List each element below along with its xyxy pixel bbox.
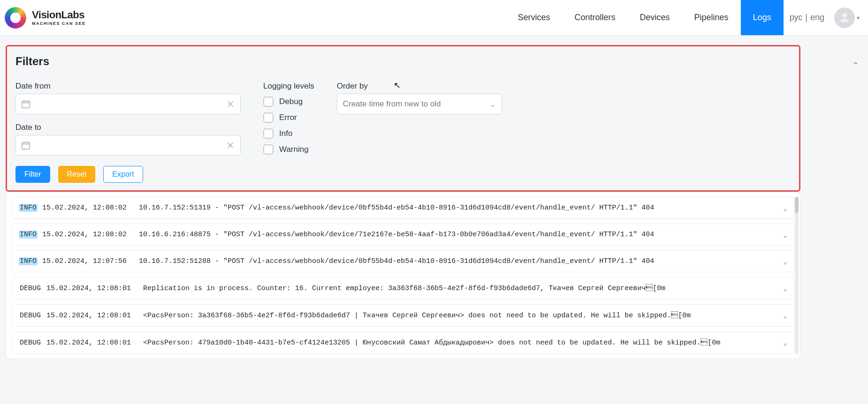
brand-tagline: MACHINES CAN SEE — [32, 22, 86, 26]
log-timestamp: 15.02.2024, 12:08:01 — [46, 339, 131, 347]
chevron-down-icon[interactable]: ⌄ — [783, 338, 787, 347]
calendar-icon — [21, 99, 31, 109]
log-timestamp: 15.02.2024, 12:08:01 — [46, 312, 131, 320]
checkbox-error-label: Error — [279, 113, 297, 122]
log-timestamp: 15.02.2024, 12:07:56 — [42, 257, 127, 265]
chevron-down-icon[interactable]: ⌄ — [783, 203, 787, 212]
scrollbar-thumb[interactable] — [795, 197, 799, 213]
log-row[interactable]: DEBUG15.02.2024, 12:08:01<PacsPerson: 47… — [12, 331, 794, 354]
date-from-label: Date from — [15, 82, 241, 91]
checkbox-warning-label: Warning — [279, 145, 309, 154]
brand-name: VisionLabs — [32, 10, 86, 20]
date-to-input[interactable] — [15, 135, 241, 156]
checkbox-icon — [263, 112, 274, 123]
date-to-label: Date to — [15, 123, 241, 132]
lang-eng[interactable]: eng — [809, 13, 826, 22]
avatar-icon — [834, 7, 855, 28]
filter-buttons: Filter Reset Export — [15, 166, 241, 183]
log-row[interactable]: DEBUG15.02.2024, 12:08:01 Replication is… — [12, 277, 794, 299]
log-level-badge: DEBUG — [19, 312, 42, 320]
order-by-value: Create time from new to old — [343, 99, 441, 109]
filter-button[interactable]: Filter — [15, 166, 50, 183]
log-message: 10.16.7.152:51319 - "POST /vl-access/web… — [139, 204, 654, 212]
logging-levels-title: Logging levels — [263, 82, 314, 91]
order-by-select[interactable]: Create time from new to old ⌄ — [337, 94, 502, 114]
clear-icon[interactable] — [225, 140, 236, 150]
log-timestamp: 15.02.2024, 12:08:02 — [42, 231, 127, 239]
chevron-down-icon: ⌄ — [489, 99, 496, 109]
log-level-badge: DEBUG — [19, 339, 42, 347]
checkbox-debug-label: Debug — [279, 97, 303, 106]
app-header: VisionLabs MACHINES CAN SEE Services Con… — [0, 0, 868, 36]
collapse-filters-icon[interactable]: ⌃ — [852, 60, 859, 71]
log-level-badge: INFO — [19, 204, 38, 212]
logo-icon — [5, 7, 26, 29]
nav-services[interactable]: Services — [505, 0, 562, 35]
filters-levels-col: Logging levels Debug Error Info Warning — [263, 82, 314, 155]
log-row[interactable]: DEBUG15.02.2024, 12:08:01<PacsPerson: 3a… — [12, 304, 794, 327]
log-timestamp: 15.02.2024, 12:08:02 — [42, 204, 127, 212]
date-from-input[interactable] — [15, 94, 241, 114]
checkbox-error[interactable]: Error — [263, 112, 314, 123]
filters-title: Filters — [15, 46, 791, 76]
chevron-down-icon[interactable]: ⌄ — [783, 284, 787, 293]
log-message: 10.16.6.216:48875 - "POST /vl-access/web… — [139, 231, 654, 239]
lang-rus[interactable]: рус — [788, 13, 804, 22]
svg-rect-0 — [22, 101, 30, 108]
checkbox-icon — [263, 128, 274, 139]
log-level-badge: DEBUG — [19, 284, 42, 292]
chevron-down-icon: ▾ — [857, 15, 860, 21]
log-timestamp: 15.02.2024, 12:08:01 — [46, 284, 131, 292]
chevron-down-icon[interactable]: ⌄ — [783, 230, 787, 239]
log-row[interactable]: INFO15.02.2024, 12:08:0210.16.6.216:4887… — [12, 224, 794, 246]
filters-order-col: Order by Create time from new to old ⌄ — [337, 82, 502, 114]
clear-icon[interactable] — [225, 99, 236, 109]
checkbox-warning[interactable]: Warning — [263, 144, 314, 155]
checkbox-icon — [263, 97, 274, 107]
log-row[interactable]: INFO15.02.2024, 12:07:5610.16.7.152:5128… — [12, 250, 794, 272]
calendar-icon — [21, 140, 31, 150]
reset-button[interactable]: Reset — [58, 166, 96, 183]
brand-text: VisionLabs MACHINES CAN SEE — [32, 10, 86, 26]
log-message: Replication is in process. Counter: 16. … — [143, 284, 665, 292]
export-button[interactable]: Export — [103, 166, 143, 183]
log-row[interactable]: INFO15.02.2024, 12:08:0210.16.7.152:5131… — [12, 197, 794, 219]
language-switch: рус | eng — [784, 13, 834, 22]
brand-logo[interactable]: VisionLabs MACHINES CAN SEE — [5, 7, 86, 29]
checkbox-debug[interactable]: Debug — [263, 97, 314, 107]
svg-rect-1 — [22, 142, 30, 150]
checkbox-icon — [263, 144, 274, 155]
checkbox-info[interactable]: Info — [263, 128, 314, 139]
log-level-badge: INFO — [19, 231, 38, 239]
nav-controllers[interactable]: Controllers — [563, 0, 628, 35]
chevron-down-icon[interactable]: ⌄ — [783, 257, 787, 266]
filters-dates-col: Date from Date to Filter Reset Export — [15, 82, 241, 183]
chevron-down-icon[interactable]: ⌄ — [783, 311, 787, 320]
filters-panel: Filters ↖ Date from Date to Filter Reset — [6, 45, 800, 192]
nav-pipelines[interactable]: Pipelines — [682, 0, 741, 35]
logs-panel: INFO15.02.2024, 12:08:0210.16.7.152:5131… — [6, 192, 800, 359]
log-message: <PacsPerson: 3a363f68-36b5-4e2f-8f6d-f93… — [143, 311, 691, 320]
nav-logs[interactable]: Logs — [741, 0, 784, 35]
scrollbar[interactable] — [795, 197, 799, 354]
nav-devices[interactable]: Devices — [628, 0, 682, 35]
checkbox-info-label: Info — [279, 129, 292, 138]
user-menu[interactable]: ▾ — [834, 7, 861, 28]
order-by-label: Order by — [337, 82, 502, 91]
lang-separator: | — [804, 13, 809, 22]
main-nav: Services Controllers Devices Pipelines L… — [505, 0, 783, 35]
log-message: 10.16.7.152:51288 - "POST /vl-access/web… — [139, 257, 654, 265]
log-message: <PacsPerson: 479a10d0-1b40-4431-b7e5-cf4… — [143, 338, 720, 347]
log-level-badge: INFO — [19, 257, 38, 265]
